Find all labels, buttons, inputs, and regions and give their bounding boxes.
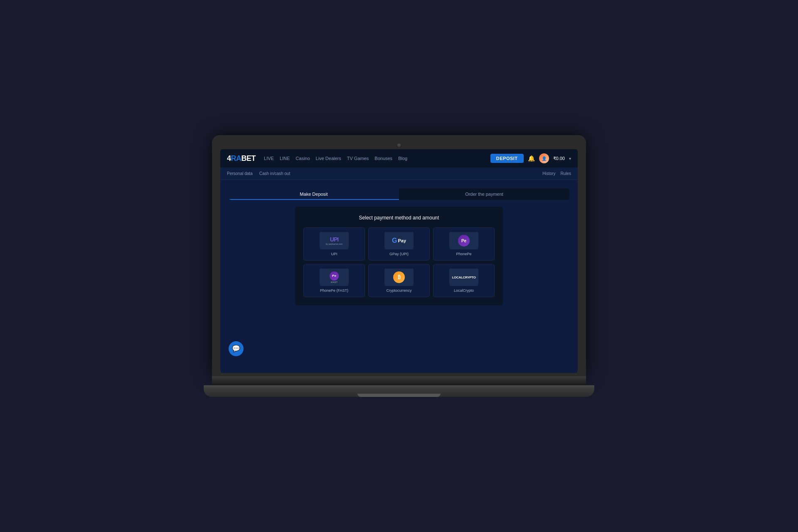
phonepe-icon-wrapper: Pe bbox=[449, 232, 478, 249]
bell-icon[interactable]: 🔔 bbox=[528, 155, 535, 162]
upi-label: UPI bbox=[331, 252, 337, 256]
brand-logo[interactable]: 4RABET bbox=[227, 154, 256, 163]
localcrypto-text: LOCALCRYPTO bbox=[452, 276, 475, 279]
screen-content: 4RABET LIVE LINE Casino Live Dealers TV … bbox=[220, 149, 578, 373]
sub-navbar: Personal data Cash in/cash out History R… bbox=[220, 167, 578, 180]
screen-bezel: 4RABET LIVE LINE Casino Live Dealers TV … bbox=[212, 135, 586, 376]
deposit-button[interactable]: DEPOSIT bbox=[490, 154, 524, 163]
tab-order-payment[interactable]: Order the payment bbox=[399, 188, 569, 200]
sub-nav-right: History Rules bbox=[542, 171, 571, 176]
phonepe-fast-icon-wrapper: Pe iFAST bbox=[320, 268, 349, 286]
main-navbar: 4RABET LIVE LINE Casino Live Dealers TV … bbox=[220, 149, 578, 167]
laptop-frame: 4RABET LIVE LINE Casino Live Dealers TV … bbox=[212, 135, 586, 397]
upi-sub-text: by paykazme.com bbox=[326, 243, 342, 245]
payment-method-upi[interactable]: UPI by paykazme.com UPI bbox=[303, 227, 365, 261]
gpay-icon-wrapper: G Pay bbox=[384, 232, 414, 249]
g-letter: G bbox=[392, 237, 397, 244]
nav-blog[interactable]: Blog bbox=[398, 156, 407, 161]
main-content: Make Deposit Order the payment Select pa… bbox=[220, 180, 578, 373]
nav-casino[interactable]: Casino bbox=[296, 156, 310, 161]
payment-tabs: Make Deposit Order the payment bbox=[229, 188, 569, 200]
nav-line[interactable]: LINE bbox=[280, 156, 290, 161]
chevron-down-icon[interactable]: ▾ bbox=[569, 156, 571, 161]
nav-live-dealers[interactable]: Live Dealers bbox=[316, 156, 341, 161]
sub-nav-history[interactable]: History bbox=[542, 171, 555, 176]
localcrypto-icon-wrapper: LOCALCRYPTO bbox=[449, 268, 478, 286]
chat-icon: 💬 bbox=[232, 345, 240, 352]
payment-section: Select payment method and amount UPI by … bbox=[295, 207, 503, 305]
crypto-icon-wrapper: ₿ bbox=[384, 268, 414, 286]
sub-nav-left: Personal data Cash in/cash out bbox=[227, 171, 290, 176]
sub-nav-personal-data[interactable]: Personal data bbox=[227, 171, 253, 176]
phonepe-label: PhonePe bbox=[456, 252, 471, 256]
nav-tv-games[interactable]: TV Games bbox=[347, 156, 369, 161]
phonepe-icon: Pe bbox=[458, 235, 470, 246]
laptop-base bbox=[204, 385, 594, 397]
upi-text: UPI bbox=[330, 236, 338, 243]
nav-links: LIVE LINE Casino Live Dealers TV Games B… bbox=[264, 156, 490, 161]
logo-four: 4 bbox=[227, 154, 231, 163]
chat-button[interactable]: 💬 bbox=[229, 341, 244, 356]
sub-nav-cash[interactable]: Cash in/cash out bbox=[259, 171, 291, 176]
crypto-icon: ₿ bbox=[393, 271, 405, 283]
phonepe-fast-label: PhonePe (FAST) bbox=[320, 288, 348, 293]
nav-right: DEPOSIT 🔔 👤 ₹0.00 ▾ bbox=[490, 153, 571, 163]
upi-logo: UPI by paykazme.com bbox=[326, 236, 342, 245]
payment-method-phonepe[interactable]: Pe PhonePe bbox=[433, 227, 495, 261]
laptop-camera bbox=[397, 143, 401, 147]
pay-text: Pay bbox=[398, 238, 406, 243]
tab-make-deposit[interactable]: Make Deposit bbox=[229, 188, 399, 200]
payment-methods-grid: UPI by paykazme.com UPI G bbox=[303, 227, 495, 297]
payment-method-cryptocurrency[interactable]: ₿ Cryptocurrency bbox=[368, 264, 430, 297]
logo-ra: RA bbox=[231, 154, 241, 163]
nav-bonuses[interactable]: Bonuses bbox=[374, 156, 392, 161]
payment-method-localcrypto[interactable]: LOCALCRYPTO LocalCrypto bbox=[433, 264, 495, 297]
gpay-label: GPay (UPI) bbox=[389, 252, 409, 256]
fast-text: iFAST bbox=[331, 281, 337, 283]
upi-icon-wrapper: UPI by paykazme.com bbox=[320, 232, 349, 249]
payment-section-title: Select payment method and amount bbox=[303, 215, 495, 221]
phonepe-fast-icon: Pe bbox=[330, 271, 339, 281]
crypto-label: Cryptocurrency bbox=[386, 288, 411, 293]
laptop-screen: 4RABET LIVE LINE Casino Live Dealers TV … bbox=[220, 149, 578, 373]
sub-nav-rules[interactable]: Rules bbox=[560, 171, 571, 176]
localcrypto-label: LocalCrypto bbox=[454, 288, 474, 293]
balance-display[interactable]: ₹0.00 bbox=[553, 156, 565, 161]
nav-live[interactable]: LIVE bbox=[264, 156, 274, 161]
payment-method-gpay[interactable]: G Pay GPay (UPI) bbox=[368, 227, 430, 261]
laptop-hinge bbox=[212, 376, 586, 385]
avatar: 👤 bbox=[539, 153, 549, 163]
logo-bet: BET bbox=[241, 154, 256, 163]
payment-method-phonepe-fast[interactable]: Pe iFAST PhonePe (FAST) bbox=[303, 264, 365, 297]
